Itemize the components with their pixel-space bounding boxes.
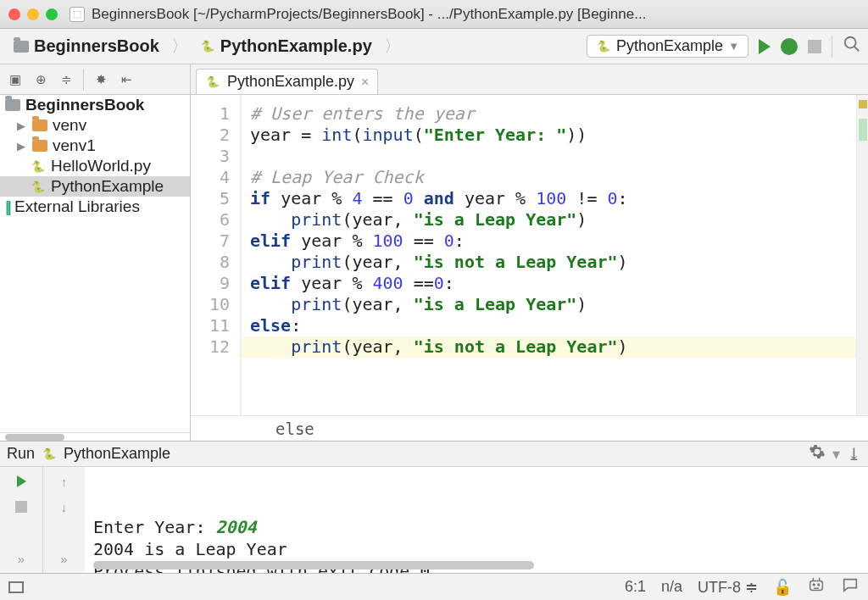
- minimize-window-icon[interactable]: [27, 8, 39, 20]
- editor-area: PythonExample.py × 123456789101112 # Use…: [191, 64, 868, 441]
- stop-button[interactable]: [808, 40, 821, 53]
- run-configuration-label: PythonExample: [616, 37, 723, 55]
- app-icon: ⬚: [70, 7, 85, 22]
- breadcrumb-file[interactable]: PythonExample.py: [193, 36, 379, 56]
- caret-position[interactable]: 6:1: [625, 578, 646, 596]
- error-stripe[interactable]: [856, 95, 868, 415]
- python-file-icon: [31, 158, 46, 174]
- horizontal-scrollbar[interactable]: [93, 561, 534, 569]
- project-sidebar: ▣ ⊕ ≑ ✸ ⇤ BeginnersBook ▶ venv ▶ venv1: [0, 64, 191, 441]
- tree-item-label: PythonExample: [51, 177, 164, 196]
- folder-icon: [5, 99, 20, 111]
- scope-breadcrumb-label: else: [275, 419, 314, 438]
- title-bar: ⬚ BeginnersBook [~/PycharmProjects/Begin…: [0, 0, 868, 29]
- code-content[interactable]: # User enters the year year = int(input(…: [242, 95, 856, 415]
- editor-tab[interactable]: PythonExample.py ×: [196, 69, 378, 94]
- chevron-down-icon: ▼: [728, 40, 739, 53]
- tree-item-pythonexample[interactable]: PythonExample: [0, 176, 190, 197]
- run-controls-left: »: [0, 467, 42, 573]
- svg-point-5: [813, 584, 815, 586]
- navigation-bar: BeginnersBook 〉 PythonExample.py 〉 Pytho…: [0, 29, 868, 64]
- down-arrow-icon[interactable]: ↓: [55, 497, 74, 516]
- scroll-from-source-icon[interactable]: ▣: [7, 71, 24, 88]
- settings-gear-icon[interactable]: ✸: [92, 71, 109, 88]
- tree-root-label: BeginnersBook: [25, 96, 144, 114]
- tree-root[interactable]: BeginnersBook: [0, 95, 190, 115]
- run-tool-header: Run PythonExample ▾ ⤓: [0, 442, 868, 467]
- collapse-icon[interactable]: ≑: [58, 71, 75, 88]
- tree-item-label: External Libraries: [14, 197, 140, 216]
- tree-item-helloworld[interactable]: HelloWorld.py: [0, 156, 190, 176]
- python-file-icon: [205, 75, 220, 90]
- tree-item-venv1[interactable]: ▶ venv1: [0, 136, 190, 156]
- inspector-face-icon[interactable]: [807, 575, 826, 598]
- maximize-window-icon[interactable]: [46, 8, 58, 20]
- svg-point-0: [845, 37, 856, 48]
- python-file-icon: [200, 39, 215, 54]
- feedback-icon[interactable]: [841, 575, 860, 598]
- debug-button[interactable]: [781, 38, 798, 55]
- run-tool-window: Run PythonExample ▾ ⤓ » ↑ ↓ » Enter Year…: [0, 441, 868, 573]
- change-marker-icon[interactable]: [859, 119, 867, 141]
- window-title: BeginnersBook [~/PycharmProjects/Beginne…: [92, 6, 860, 23]
- tree-item-venv[interactable]: ▶ venv: [0, 115, 190, 136]
- svg-line-1: [854, 47, 860, 52]
- file-encoding[interactable]: UTF-8 ≑: [698, 578, 758, 597]
- editor-tab-label: PythonExample.py: [227, 73, 354, 91]
- run-tool-target: PythonExample: [64, 445, 170, 463]
- scope-breadcrumb[interactable]: else: [191, 415, 868, 441]
- expand-arrow-icon[interactable]: ▶: [15, 119, 27, 132]
- project-tree[interactable]: BeginnersBook ▶ venv ▶ venv1 HelloWorld.…: [0, 95, 190, 432]
- more-icon[interactable]: »: [12, 549, 31, 568]
- readonly-lock-icon[interactable]: 🔓: [773, 578, 792, 597]
- separator: [83, 69, 84, 91]
- line-number-gutter: 123456789101112: [191, 95, 242, 415]
- settings-gear-icon[interactable]: [809, 443, 826, 464]
- breadcrumb-project-label: BeginnersBook: [34, 36, 159, 56]
- breadcrumb-file-label: PythonExample.py: [220, 36, 372, 56]
- download-icon[interactable]: ⤓: [847, 444, 861, 464]
- close-window-icon[interactable]: [8, 8, 20, 20]
- run-controls-nav: ↑ ↓ »: [42, 467, 85, 573]
- line-separator[interactable]: n/a: [661, 578, 682, 596]
- breadcrumb-project[interactable]: BeginnersBook: [7, 36, 166, 56]
- separator: [832, 36, 832, 58]
- tree-item-label: venv: [53, 116, 86, 135]
- tool-windows-icon[interactable]: [8, 581, 24, 593]
- more-icon[interactable]: »: [55, 549, 74, 568]
- status-bar: 6:1 n/a UTF-8 ≑ 🔓: [0, 573, 868, 600]
- expand-icon[interactable]: ⊕: [32, 71, 49, 88]
- up-arrow-icon[interactable]: ↑: [55, 472, 74, 491]
- search-icon[interactable]: [843, 35, 861, 58]
- run-button[interactable]: [759, 39, 771, 54]
- main-area: ▣ ⊕ ≑ ✸ ⇤ BeginnersBook ▶ venv ▶ venv1: [0, 64, 868, 441]
- hide-icon[interactable]: ⇤: [118, 71, 135, 88]
- chevron-right-icon: 〉: [384, 35, 401, 58]
- horizontal-scrollbar[interactable]: [0, 432, 190, 441]
- code-editor[interactable]: 123456789101112 # User enters the year y…: [191, 95, 868, 415]
- python-file-icon: [42, 447, 57, 462]
- tree-external-libraries[interactable]: ||| External Libraries: [0, 197, 190, 217]
- run-tool-label: Run: [7, 445, 35, 463]
- editor-tabstrip: PythonExample.py ×: [191, 64, 868, 95]
- run-configuration-selector[interactable]: PythonExample ▼: [587, 35, 748, 58]
- python-file-icon: [596, 39, 611, 54]
- svg-point-6: [818, 584, 820, 586]
- close-tab-icon[interactable]: ×: [361, 75, 369, 90]
- folder-icon: [32, 119, 47, 131]
- expand-arrow-icon[interactable]: ▶: [15, 140, 27, 153]
- folder-icon: [14, 41, 29, 53]
- console-output[interactable]: Enter Year: 20042004 is a Leap YearProce…: [85, 467, 868, 573]
- inspection-indicator-icon[interactable]: [859, 100, 867, 108]
- stop-button[interactable]: [12, 497, 31, 516]
- tree-item-label: HelloWorld.py: [51, 157, 151, 175]
- rerun-button[interactable]: [12, 472, 31, 491]
- library-icon: |||: [5, 198, 9, 216]
- project-toolbar: ▣ ⊕ ≑ ✸ ⇤: [0, 64, 190, 95]
- python-file-icon: [31, 179, 46, 194]
- window-controls: [8, 8, 58, 20]
- tree-item-label: venv1: [53, 136, 96, 155]
- folder-icon: [32, 140, 47, 152]
- chevron-right-icon: 〉: [171, 35, 188, 58]
